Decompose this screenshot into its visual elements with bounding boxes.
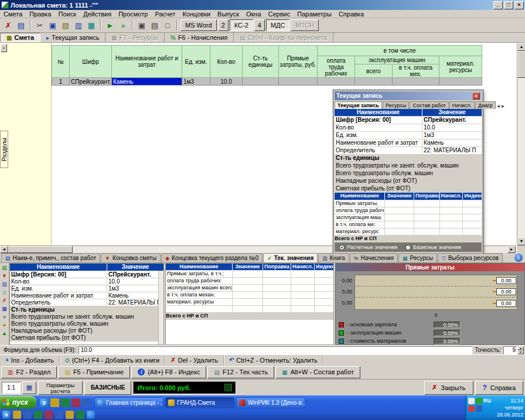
values-row[interactable]: материал. ресурсы — [166, 299, 333, 306]
view-form-icon[interactable]: ▤ — [148, 19, 161, 31]
quicklaunch-icon[interactable] — [13, 411, 21, 419]
note-button[interactable]: ▤F5 - Примечание — [58, 366, 130, 378]
record-field-row[interactable]: Определитель 22: МАТЕРИАЛЫ П — [335, 147, 482, 155]
cell-unit-cost[interactable] — [243, 78, 279, 86]
tool-icon[interactable]: ▼ — [1, 272, 9, 280]
table-row[interactable]: 1 СПрейскурант. Камень 1м3 10.0 — [52, 78, 482, 86]
header-value[interactable]: Значение — [107, 264, 163, 271]
values-row[interactable]: эксплуатация машин всего — [166, 285, 333, 292]
record-section-row[interactable]: Всего трудозатраты обслуж. машин — [335, 170, 482, 177]
format-4-button[interactable]: 4 — [254, 19, 265, 31]
tool-icon[interactable]: ▤ — [1, 264, 9, 272]
tab-accruals[interactable]: Начисл. — [449, 101, 475, 109]
precision-value[interactable]: 9 — [503, 346, 517, 354]
run-icon[interactable]: ► — [104, 19, 117, 31]
tab-work-composition[interactable]: Состав работ — [410, 101, 448, 109]
menu-actions[interactable]: Действия — [80, 10, 115, 18]
header-name[interactable]: Наименование — [335, 193, 385, 200]
tab-scroll-icons[interactable]: ◄► — [496, 104, 507, 109]
menu-params[interactable]: Параметры — [294, 10, 335, 18]
cell-labor[interactable] — [318, 78, 355, 86]
start-button[interactable]: пуск — [0, 396, 36, 409]
column-header-code[interactable]: Шифр — [70, 46, 112, 78]
values-row[interactable]: в т.ч. оплата механ. — [166, 292, 333, 299]
close-icon[interactable]: × — [472, 93, 480, 100]
record-field-row[interactable]: Кол-во10.0 — [10, 278, 163, 285]
quicklaunch-icon[interactable] — [66, 411, 74, 419]
quicklaunch-ie-icon[interactable]: e — [40, 398, 49, 407]
column-header-qty[interactable]: Кол-во — [210, 46, 243, 78]
values-row[interactable]: в т.ч. оплата ме: — [335, 221, 482, 228]
tab-current-record[interactable]: ▸ Текущая запись — [40, 33, 105, 42]
index-button[interactable]: i(Alt+) F8 - Индекс — [131, 366, 206, 378]
help-circle-icon[interactable]: i — [514, 254, 523, 262]
tab-resources[interactable]: ▦Ресурсы — [398, 253, 437, 262]
record-field-row[interactable]: Шифр [Версия: 00]СПрейскурант. — [10, 271, 163, 278]
scroll-down-icon[interactable]: ▼ — [517, 237, 525, 245]
cell-code[interactable]: СПрейскурант. — [70, 78, 112, 86]
values-total-row[interactable]: Всего с НР и СП — [335, 235, 482, 243]
print-icon[interactable]: ▤ — [15, 19, 28, 31]
language-indicator[interactable]: RU — [483, 398, 491, 404]
cell-num[interactable]: 1 — [52, 78, 70, 86]
current-record-titlebar[interactable]: Текущая запись × — [335, 91, 482, 100]
close-button[interactable]: × — [514, 1, 524, 9]
maximize-button[interactable]: □ — [504, 1, 513, 9]
add-from-book-button[interactable]: ◇(Ctrl+) F4 - Добавить из книги — [60, 355, 165, 365]
header-value[interactable]: Значение — [422, 109, 482, 116]
tray-icon[interactable] — [468, 398, 475, 404]
undo-button[interactable]: ↶Ctrl+Z - Отменить: Удалить — [224, 355, 323, 365]
quicklaunch-icon[interactable] — [61, 398, 70, 407]
quicklaunch-icon[interactable] — [82, 398, 91, 407]
delete-icon[interactable]: ✗ — [2, 19, 15, 31]
column-header-materials[interactable]: материал. ресурсы — [439, 56, 482, 78]
values-row[interactable] — [166, 306, 333, 313]
quicklaunch-icon[interactable] — [87, 411, 95, 419]
record-section-row[interactable]: Накладные расходы (от ФОТ) — [335, 177, 482, 185]
tab-book[interactable]: ▥Книга — [318, 253, 349, 262]
work-composition-button[interactable]: ▦Alt+W - Состав работ — [275, 366, 360, 378]
tab-name-notes-composition[interactable]: ▤Наим-е, примеч., состав работ — [1, 253, 100, 262]
cut-icon[interactable]: ✂ — [33, 19, 46, 31]
document-icon[interactable]: ▥ — [72, 19, 85, 31]
header-index[interactable]: Индекс — [463, 193, 482, 200]
cell-qty[interactable]: 10.0 — [210, 78, 243, 86]
precision-stepper[interactable]: ▲▼ — [517, 346, 524, 354]
cell-name-selected[interactable]: Камень — [112, 78, 182, 86]
collapse-sections-button[interactable]: ‹ — [1, 44, 7, 52]
record-field-row[interactable]: Шифр [Версия: 00] СПрейскурант. — [335, 117, 482, 124]
spin-up-icon[interactable]: ▲ — [517, 346, 524, 350]
record-field-row[interactable]: Ед. изм.1м3 — [10, 285, 163, 292]
format-2-button[interactable]: 2 — [218, 19, 229, 31]
values-row[interactable]: материал. ресурс — [335, 228, 482, 235]
quicklaunch-ie-icon[interactable]: e — [2, 411, 11, 419]
tool-icon[interactable]: ✗ — [1, 296, 9, 305]
tool-icon[interactable]: ▦ — [1, 305, 9, 313]
header-name[interactable]: Наименование — [335, 109, 422, 116]
record-section-row[interactable]: Всего трудозатраты обслуж. машин — [10, 320, 163, 327]
column-header-unit-cost[interactable]: Ст-ть единицы — [243, 46, 279, 78]
header-adjust[interactable]: Поправка — [263, 264, 291, 270]
menu-smeta[interactable]: Смета — [0, 10, 26, 18]
record-field-row[interactable]: Наименование работ и затратКамень — [10, 292, 163, 299]
delete-button[interactable]: ✗Del - Удалить — [165, 355, 224, 365]
column-header-direct-costs[interactable]: Прямые затраты, руб. — [279, 46, 318, 78]
tool-icon[interactable]: ≡ — [1, 313, 9, 321]
formula-input[interactable] — [79, 346, 473, 354]
run-all-icon[interactable]: » — [117, 19, 129, 31]
tray-clock[interactable]: 11:14 четверг 28.06.2012 — [492, 397, 523, 419]
tab-diagram[interactable]: Диагр — [475, 101, 495, 109]
header-accrual[interactable]: Начисл. — [440, 193, 463, 200]
menu-view[interactable]: Просмотр — [115, 10, 151, 18]
values-row[interactable]: оплата труда рабочих — [166, 278, 333, 285]
header-accrual[interactable]: Начисл. — [291, 264, 315, 270]
quicklaunch-icon[interactable] — [55, 411, 63, 419]
view-grid-icon[interactable]: ▣ — [135, 19, 148, 31]
menu-output[interactable]: Выпуск — [214, 10, 243, 18]
quicklaunch-icon[interactable] — [45, 411, 53, 419]
panel-scrollbar[interactable] — [158, 271, 163, 344]
menu-windows[interactable]: Окна — [243, 10, 265, 18]
scroll-up-icon[interactable]: ▲ — [517, 43, 525, 51]
values-row[interactable]: Прямые затраты, в т.ч.: — [166, 271, 333, 278]
column-header-labor[interactable]: оплата труда рабочих — [318, 56, 355, 78]
